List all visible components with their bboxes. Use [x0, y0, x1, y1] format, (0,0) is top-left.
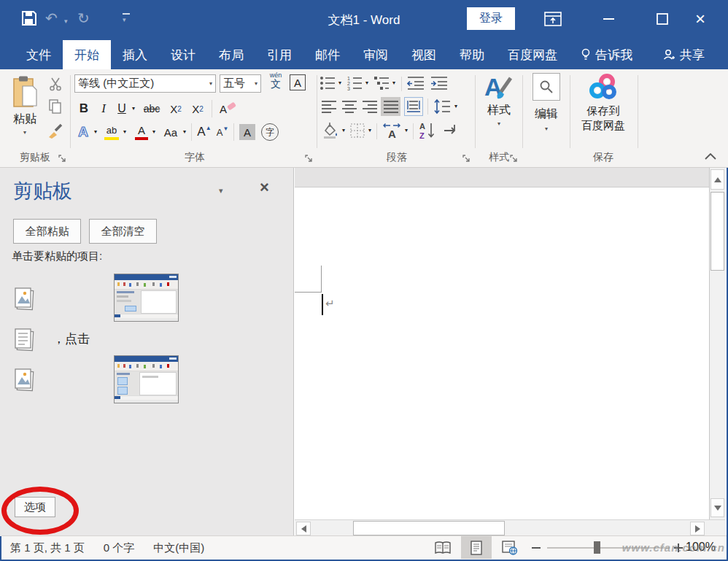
language-indicator[interactable]: 中文(中国): [153, 541, 204, 555]
decrease-indent-button[interactable]: [407, 76, 425, 90]
tab-mailings[interactable]: 邮件: [303, 40, 352, 69]
text-highlight-button[interactable]: ab: [102, 123, 121, 142]
clipboard-item-text[interactable]: ，点击: [53, 330, 90, 347]
collapse-ribbon-icon[interactable]: [705, 153, 716, 160]
paragraph-dialog-launcher-icon[interactable]: [462, 155, 471, 163]
highlight-dropdown-icon[interactable]: ▾: [121, 123, 128, 142]
copy-icon[interactable]: [48, 98, 63, 115]
login-button[interactable]: 登录: [467, 7, 515, 30]
align-center-button[interactable]: [341, 99, 357, 114]
bold-button[interactable]: B: [74, 99, 93, 118]
multilevel-list-button[interactable]: [373, 76, 390, 90]
tab-layout[interactable]: 布局: [207, 40, 255, 69]
asian-layout-button[interactable]: A: [382, 122, 401, 139]
shading-dropdown-icon[interactable]: ▾: [340, 123, 347, 138]
change-case-dropdown-icon[interactable]: ▾: [181, 123, 188, 142]
character-shading-button[interactable]: A: [239, 124, 255, 140]
show-hide-marks-button[interactable]: [442, 123, 460, 139]
distributed-button[interactable]: [404, 97, 423, 116]
multilevel-dropdown-icon[interactable]: ▾: [390, 76, 398, 90]
paste-button[interactable]: 粘贴 ▾: [10, 75, 39, 136]
clipboard-item-thumbnail[interactable]: [114, 274, 179, 322]
bullets-dropdown-icon[interactable]: ▾: [336, 76, 344, 90]
editing-dropdown-icon[interactable]: ▾: [524, 126, 569, 132]
document-area[interactable]: ↵: [295, 168, 709, 519]
zoom-slider-handle[interactable]: [594, 541, 600, 554]
pane-close-icon[interactable]: ×: [260, 179, 269, 196]
paste-dropdown-icon[interactable]: ▾: [10, 130, 39, 136]
increase-indent-button[interactable]: [430, 76, 448, 90]
line-spacing-button[interactable]: [433, 98, 451, 115]
font-name-combobox[interactable]: 等线 (中文正文)▾: [74, 74, 216, 93]
font-color-dropdown-icon[interactable]: ▾: [150, 123, 158, 142]
styles-dropdown-icon[interactable]: ▾: [476, 121, 522, 127]
character-border-button[interactable]: A: [290, 74, 306, 90]
underline-dropdown-icon[interactable]: ▾: [130, 99, 137, 118]
numbering-button[interactable]: 123: [346, 76, 363, 90]
clipboard-dialog-launcher-icon[interactable]: [58, 155, 66, 163]
print-layout-button[interactable]: [461, 536, 492, 559]
tab-tell-me[interactable]: 告诉我: [569, 40, 644, 69]
clipboard-item-text-icon[interactable]: [13, 327, 36, 352]
styles-button[interactable]: A 样式 ▾: [476, 72, 522, 127]
close-button[interactable]: ×: [684, 7, 716, 31]
italic-button[interactable]: I: [95, 99, 112, 118]
phonetic-guide-button[interactable]: wén 文: [265, 72, 287, 89]
find-box[interactable]: [533, 73, 560, 101]
tab-view[interactable]: 视图: [400, 40, 448, 69]
scroll-down-button[interactable]: [710, 498, 724, 517]
enclose-characters-button[interactable]: 字: [261, 123, 279, 141]
tab-help[interactable]: 帮助: [448, 40, 496, 69]
strikethrough-button[interactable]: abc: [140, 99, 163, 118]
bullets-button[interactable]: [320, 76, 336, 90]
underline-button[interactable]: U: [114, 99, 130, 118]
pane-dropdown-icon[interactable]: ▾: [219, 187, 223, 195]
clear-formatting-button[interactable]: A: [217, 99, 238, 118]
save-to-baidu-button[interactable]: 保存到 百度网盘: [571, 73, 635, 134]
sort-button[interactable]: AZ: [419, 121, 436, 140]
clipboard-item-thumbnail[interactable]: [114, 355, 179, 403]
align-left-button[interactable]: [321, 99, 337, 114]
clipboard-item-image-icon[interactable]: [13, 286, 36, 311]
web-layout-button[interactable]: [495, 536, 525, 559]
clipboard-item-image-icon[interactable]: [13, 367, 36, 392]
page-indicator[interactable]: 第 1 页, 共 1 页: [10, 541, 85, 555]
ribbon-display-options-icon[interactable]: [537, 7, 569, 31]
document-page[interactable]: ↵: [295, 187, 709, 519]
tab-insert[interactable]: 插入: [111, 40, 159, 69]
grow-font-button[interactable]: A▲: [195, 123, 213, 142]
superscript-button[interactable]: X2: [188, 99, 207, 118]
font-color-button[interactable]: A: [133, 123, 150, 142]
tab-design[interactable]: 设计: [159, 40, 207, 69]
borders-dropdown-icon[interactable]: ▾: [366, 123, 373, 138]
clear-all-button[interactable]: 全部清空: [89, 219, 157, 244]
justify-button[interactable]: [381, 97, 400, 116]
scroll-right-button[interactable]: [690, 522, 705, 535]
shading-bucket-button[interactable]: [321, 122, 338, 139]
vertical-scroll-thumb[interactable]: [710, 192, 724, 271]
scroll-left-button[interactable]: [296, 522, 311, 535]
borders-button[interactable]: [350, 123, 365, 138]
font-size-combobox[interactable]: 五号▾: [220, 74, 261, 93]
zoom-out-button[interactable]: [532, 547, 541, 549]
font-dialog-launcher-icon[interactable]: [305, 155, 313, 163]
cut-icon[interactable]: [48, 77, 63, 91]
maximize-button[interactable]: [646, 7, 678, 31]
vertical-scrollbar[interactable]: [709, 168, 725, 519]
read-mode-button[interactable]: [427, 536, 458, 559]
subscript-button[interactable]: X2: [166, 99, 185, 118]
scroll-up-button[interactable]: [710, 169, 724, 190]
tab-baidu-netdisk[interactable]: 百度网盘: [496, 40, 569, 69]
format-painter-icon[interactable]: [47, 122, 64, 139]
tab-share[interactable]: 共享: [651, 40, 716, 69]
tab-home[interactable]: 开始: [63, 40, 111, 69]
text-effects-button[interactable]: A: [74, 123, 92, 142]
asian-layout-dropdown-icon[interactable]: ▾: [403, 123, 410, 138]
paste-all-button[interactable]: 全部粘贴: [13, 219, 81, 244]
text-effects-dropdown-icon[interactable]: ▾: [92, 123, 99, 142]
change-case-button[interactable]: Aa: [160, 123, 181, 142]
tab-file[interactable]: 文件: [15, 40, 63, 69]
styles-dialog-launcher-icon[interactable]: [510, 155, 518, 163]
numbering-dropdown-icon[interactable]: ▾: [363, 76, 371, 90]
tab-references[interactable]: 引用: [255, 40, 303, 69]
